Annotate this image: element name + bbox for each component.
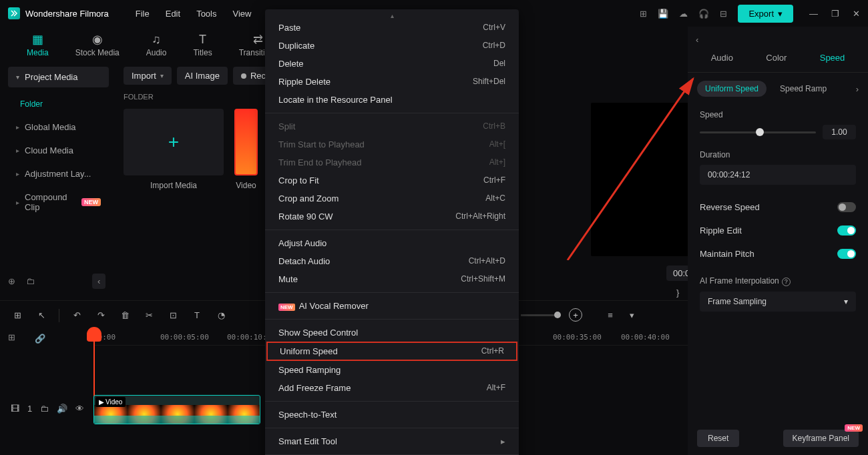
- cut-icon[interactable]: ✂: [142, 310, 156, 320]
- reset-button[interactable]: Reset: [697, 430, 739, 447]
- chevron-down-icon: ▾: [16, 73, 19, 81]
- chevron-right-icon: ▸: [16, 123, 19, 131]
- ctx-mute[interactable]: MuteCtrl+Shift+M: [265, 270, 519, 288]
- info-icon[interactable]: ?: [782, 278, 791, 286]
- close-icon[interactable]: ✕: [853, 9, 860, 19]
- ctx-crop-zoom[interactable]: Crop and ZoomAlt+C: [265, 189, 519, 207]
- undo-icon[interactable]: ↶: [70, 310, 83, 320]
- ctx-paste[interactable]: PasteCtrl+V: [265, 19, 519, 37]
- ruler-mark: 00:00:35:00: [553, 333, 602, 342]
- ctx-ai-vocal-remover[interactable]: NEWAI Vocal Remover: [265, 297, 519, 315]
- ctx-ripple-delete[interactable]: Ripple DeleteShift+Del: [265, 73, 519, 91]
- back-icon[interactable]: ‹: [688, 27, 868, 53]
- ctx-crop-fit[interactable]: Crop to FitCtrl+F: [265, 171, 519, 189]
- import-media-tile[interactable]: + Import Media: [124, 109, 224, 190]
- sidebar-folder-label[interactable]: Folder: [8, 93, 109, 115]
- media-icon: ▦: [29, 33, 45, 45]
- ctx-add-freeze-frame[interactable]: Add Freeze FrameAlt+F: [265, 379, 519, 397]
- marker-icon[interactable]: }: [676, 288, 679, 298]
- maximize-icon[interactable]: ❐: [831, 9, 839, 19]
- export-button[interactable]: Export▾: [738, 5, 793, 23]
- scroll-up-icon[interactable]: ▴: [265, 13, 519, 19]
- zoom-dropdown-icon[interactable]: ▾: [625, 310, 638, 320]
- cloud-icon[interactable]: ☁: [679, 9, 688, 19]
- cursor-icon[interactable]: ↖: [35, 310, 48, 320]
- playhead-handle[interactable]: [87, 327, 101, 342]
- zoom-track[interactable]: [521, 314, 561, 316]
- ripple-edit-toggle[interactable]: [837, 225, 856, 236]
- tab-titles[interactable]: TTitles: [193, 33, 212, 57]
- chevron-down-icon: ▾: [160, 72, 164, 79]
- frame-interpolation-dropdown[interactable]: Frame Sampling▾: [700, 292, 856, 312]
- timeline-grid-icon[interactable]: ⊞: [8, 332, 21, 342]
- video-tile[interactable]: Video: [234, 109, 258, 190]
- track-mute-icon[interactable]: 🔊: [57, 404, 67, 414]
- ai-image-button[interactable]: AI Image: [177, 67, 228, 85]
- collapse-icon[interactable]: ‹: [92, 274, 105, 289]
- duration-input[interactable]: 00:00:24:12: [700, 165, 856, 185]
- ctx-detach-audio[interactable]: Detach AudioCtrl+Alt+D: [265, 252, 519, 270]
- scroll-right-icon[interactable]: ›: [856, 84, 859, 94]
- reverse-speed-toggle[interactable]: [837, 202, 856, 212]
- tab-audio[interactable]: ♫Audio: [146, 33, 167, 57]
- speed-icon[interactable]: ◔: [214, 310, 228, 320]
- ctx-adjust-audio[interactable]: Adjust Audio: [265, 234, 519, 252]
- speed-slider[interactable]: [700, 131, 816, 133]
- menu-view[interactable]: View: [232, 9, 251, 19]
- ctx-speech-to-text[interactable]: Speech-to-Text: [265, 406, 519, 424]
- sidebar-project-media[interactable]: ▾Project Media: [8, 67, 109, 87]
- crop-icon[interactable]: ⊡: [166, 310, 180, 320]
- zoom-menu-icon[interactable]: ≡: [604, 310, 617, 320]
- ctx-split: SplitCtrl+B: [265, 117, 519, 135]
- save-icon[interactable]: 💾: [658, 9, 668, 19]
- folder-add-icon[interactable]: ⊕: [8, 276, 15, 286]
- tab-stock-media[interactable]: ◉Stock Media: [75, 33, 120, 57]
- minimize-icon[interactable]: —: [809, 9, 818, 19]
- layout-icon[interactable]: ⊞: [640, 9, 647, 19]
- ctx-rotate-90[interactable]: Rotate 90 CWCtrl+Alt+Right: [265, 207, 519, 225]
- redo-icon[interactable]: ↷: [94, 310, 107, 320]
- tab-audio-props[interactable]: Audio: [711, 53, 733, 63]
- grid-icon[interactable]: ⊟: [720, 9, 727, 19]
- link-icon[interactable]: 🔗: [35, 334, 45, 344]
- tab-color-props[interactable]: Color: [766, 53, 787, 63]
- tab-media[interactable]: ▦Media: [27, 33, 49, 57]
- video-clip[interactable]: ▶Video: [93, 395, 260, 424]
- delete-icon[interactable]: 🗑: [118, 310, 132, 320]
- folder-icon[interactable]: 🗀: [26, 276, 35, 286]
- track-film-icon[interactable]: 🎞: [11, 404, 19, 414]
- ctx-uniform-speed[interactable]: Uniform SpeedCtrl+R: [266, 342, 517, 361]
- chevron-right-icon: ▸: [16, 199, 19, 206]
- sidebar-global-media[interactable]: ▸Global Media: [8, 115, 109, 139]
- maintain-pitch-toggle[interactable]: [837, 249, 856, 259]
- ctx-speed-ramping[interactable]: Speed Ramping: [265, 361, 519, 379]
- ctx-duplicate[interactable]: DuplicateCtrl+D: [265, 37, 519, 55]
- track-lock-icon[interactable]: 🗀: [40, 404, 49, 414]
- speed-value[interactable]: 1.00: [823, 125, 856, 139]
- headphone-icon[interactable]: 🎧: [698, 9, 709, 19]
- ctx-locate-resource[interactable]: Locate in the Resource Panel: [265, 91, 519, 109]
- track-visibility-icon[interactable]: 👁: [75, 404, 84, 414]
- import-button[interactable]: Import▾: [124, 67, 172, 85]
- sidebar-adjustment-layer[interactable]: ▸Adjustment Lay...: [8, 162, 109, 185]
- stock-icon: ◉: [89, 33, 105, 45]
- zoom-in-icon[interactable]: +: [569, 308, 582, 322]
- tab-speed-props[interactable]: Speed: [820, 53, 845, 63]
- menu-tools[interactable]: Tools: [196, 9, 216, 19]
- keyframe-panel-button[interactable]: Keyframe PanelNEW: [783, 430, 859, 447]
- app-logo: Wondershare Filmora: [8, 7, 109, 19]
- ctx-smart-edit-tool[interactable]: Smart Edit Tool▸: [265, 432, 519, 450]
- sidebar-compound-clip[interactable]: ▸Compound ClipNEW: [8, 185, 109, 219]
- ctx-show-speed-control[interactable]: Show Speed Control: [265, 324, 519, 342]
- sidebar-cloud-media[interactable]: ▸Cloud Media: [8, 139, 109, 162]
- magnet-icon[interactable]: ⊞: [11, 310, 24, 320]
- ctx-delete[interactable]: DeleteDel: [265, 55, 519, 73]
- subtab-speed-ramp[interactable]: Speed Ramp: [772, 81, 835, 97]
- text-icon[interactable]: T: [190, 310, 204, 320]
- properties-panel: ‹ Audio Color Speed Uniform Speed Speed …: [688, 27, 868, 455]
- sidebar-footer: ⊕ 🗀 ‹: [8, 274, 105, 289]
- subtab-uniform-speed[interactable]: Uniform Speed: [697, 81, 767, 97]
- menu-file[interactable]: File: [136, 9, 150, 19]
- play-icon: ▶: [99, 398, 104, 406]
- menu-edit[interactable]: Edit: [166, 9, 180, 19]
